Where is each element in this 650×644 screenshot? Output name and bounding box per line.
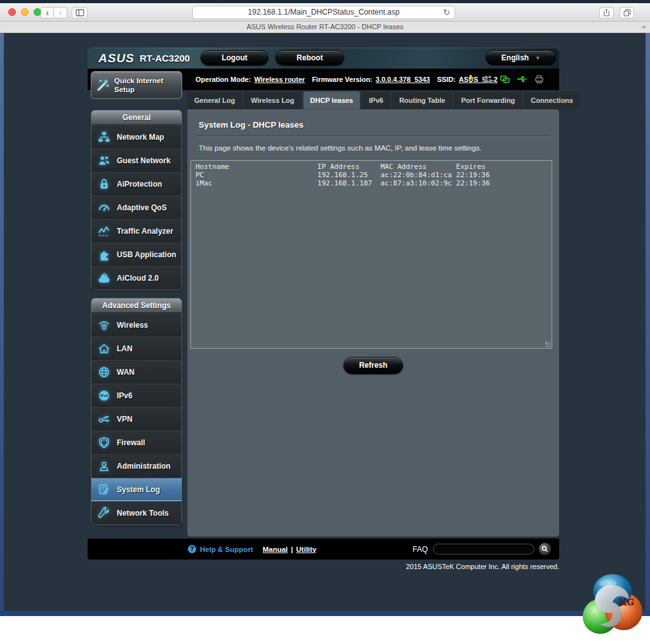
tab-general-log[interactable]: General Log (187, 91, 242, 109)
sidebar-item-label: IPv6 (117, 391, 133, 400)
router-footer: ? Help & Support Manual|Utility FAQ (88, 539, 559, 560)
sidebar-section-advanced-settings: Advanced SettingsWirelessLANWANIPv6IPv6V… (91, 298, 182, 525)
network-tools-icon (91, 506, 117, 520)
faq-search-button[interactable] (538, 542, 552, 556)
back-button[interactable]: ‹ (41, 7, 54, 18)
firewall-icon (91, 436, 117, 450)
faq-search-input[interactable] (433, 544, 534, 554)
sidebar-item-aicloud-2-0[interactable]: AiCloud 2.0 (91, 266, 182, 290)
usb-application-icon (91, 248, 117, 262)
minimize-window-button[interactable] (21, 8, 29, 16)
wan-icon (91, 365, 117, 379)
sidebar-item-guest-network[interactable]: Guest Network (91, 149, 182, 172)
manual-utility-links: Manual|Utility (263, 546, 317, 553)
statusbar-text: Operation Mode: Wireless router Firmware… (196, 69, 505, 90)
sidebar-item-label: LAN (117, 344, 133, 353)
utility-link[interactable]: Utility (296, 546, 317, 553)
search-icon (541, 545, 549, 553)
sidebar-item-label: WAN (117, 368, 135, 377)
sidebar-item-label: VPN (117, 415, 133, 424)
section-header-advanced-settings: Advanced Settings (91, 299, 182, 313)
sidebar-item-traffic-analyzer[interactable]: Traffic Analyzer (91, 219, 182, 243)
language-value: English (501, 53, 529, 62)
url-text: 192.168.1.1/Main_DHCPStatus_Content.asp (248, 8, 400, 17)
sidebar-item-label: Wireless (117, 321, 148, 330)
page-title: System Log - DHCP leases (187, 109, 559, 135)
reboot-button[interactable]: Reboot (275, 50, 344, 65)
notification-icon[interactable] (465, 74, 476, 84)
sidebar-item-lan[interactable]: LAN (91, 337, 182, 360)
sidebar-item-wireless[interactable]: Wireless (91, 313, 182, 337)
sidebar-item-adaptive-qos[interactable]: Adaptive QoS (91, 196, 182, 219)
forward-button[interactable]: › (54, 7, 67, 18)
help-support-link[interactable]: ? Help & Support (188, 545, 253, 553)
firmware-version-link[interactable]: 3.0.0.4.378_5343 (376, 76, 430, 83)
asus-logo: ASUS (98, 51, 135, 65)
aiprotection-icon (91, 177, 117, 191)
page-bottom-border (0, 611, 650, 616)
tab-port-forwarding[interactable]: Port Forwarding (454, 91, 522, 109)
tab-routing-table[interactable]: Routing Table (392, 91, 453, 109)
faq-label: FAQ (413, 545, 428, 554)
kitguru-logo: KG (581, 572, 644, 639)
sidebar-item-label: Traffic Analyzer (117, 227, 173, 236)
share-button[interactable] (599, 7, 614, 18)
sidebar-item-wan[interactable]: WAN (91, 360, 182, 384)
history-nav: ‹ › (41, 7, 67, 18)
reload-button[interactable]: ↻ (443, 6, 450, 18)
page-left-border (0, 33, 4, 616)
close-window-button[interactable] (8, 8, 16, 16)
firmware-label: Firmware Version: (312, 76, 372, 83)
logout-button[interactable]: Logout (201, 50, 269, 65)
qis-button[interactable]: Quick Internet Setup (91, 71, 182, 99)
manual-link[interactable]: Manual (263, 546, 288, 553)
tabs-overview-button[interactable] (620, 7, 634, 18)
sidebar-item-label: Guest Network (117, 156, 171, 165)
clients-icon[interactable] (482, 74, 493, 84)
sidebar-item-system-log[interactable]: System Log (91, 478, 182, 501)
lan-devices-icon[interactable] (500, 74, 510, 84)
tab-connections[interactable]: Connections (524, 91, 580, 109)
sidebar-item-ipv6[interactable]: IPv6IPv6 (91, 384, 182, 407)
question-icon: ? (188, 545, 196, 553)
tab-dhcp-leases[interactable]: DHCP leases (303, 91, 361, 109)
usb-device-icon[interactable] (517, 74, 527, 84)
url-field[interactable]: 192.168.1.1/Main_DHCPStatus_Content.asp … (192, 6, 455, 19)
sidebar-toggle-button[interactable] (72, 7, 88, 18)
operation-mode-link[interactable]: Wireless router (254, 76, 305, 83)
language-dropdown[interactable]: English ▼ (486, 50, 556, 65)
copyright: 2015 ASUSTeK Computer Inc. All rights re… (406, 563, 559, 570)
sidebar-item-label: USB Application (117, 250, 176, 259)
tab-wireless-log[interactable]: Wireless Log (244, 91, 301, 109)
sidebar-item-aiprotection[interactable]: AiProtection (91, 172, 182, 196)
guest-network-icon (91, 154, 117, 168)
dhcp-lease-textarea[interactable]: Hostname IP Address MAC Address Expires … (190, 160, 552, 349)
refresh-button[interactable]: Refresh (343, 357, 404, 374)
content-panel: System Log - DHCP leases This page shows… (187, 109, 559, 537)
sidebar-item-network-tools[interactable]: Network Tools (91, 501, 182, 525)
lan-icon (91, 342, 117, 356)
router-model: RT-AC3200 (140, 53, 190, 64)
printer-icon[interactable] (534, 74, 545, 84)
sidebar-section-general: GeneralNetwork MapGuest NetworkAiProtect… (91, 110, 182, 290)
sidebar-item-firewall[interactable]: Firewall (91, 431, 182, 454)
qis-label: Quick Internet Setup (114, 76, 178, 95)
browser-toolbar: ‹ › 192.168.1.1/Main_DHCPStatus_Content.… (0, 3, 650, 22)
router-header: ASUS RT-AC3200 Logout Reboot English ▼ (88, 48, 559, 69)
sidebar-item-vpn[interactable]: VPN (91, 407, 182, 431)
tab-ipv6[interactable]: IPv6 (362, 91, 390, 109)
refresh-row: Refresh (187, 357, 559, 374)
sidebar-item-network-map[interactable]: Network Map (91, 125, 182, 149)
sidebar-sections: GeneralNetwork MapGuest NetworkAiProtect… (91, 110, 182, 525)
sidebar-item-label: Administration (117, 462, 171, 471)
sidebar-item-label: Network Map (117, 133, 164, 142)
sidebar-item-usb-application[interactable]: USB Application (91, 243, 182, 266)
status-icons (465, 74, 545, 84)
sidebar-item-administration[interactable]: Administration (91, 454, 182, 478)
new-tab-button[interactable]: + (641, 22, 646, 32)
sidebar: Quick Internet Setup GeneralNetwork MapG… (91, 71, 182, 525)
browser-tab-bar: ASUS Wireless Router RT-AC3200 - DHCP le… (0, 22, 650, 33)
page-bottom-band (0, 616, 650, 644)
browser-tab-title[interactable]: ASUS Wireless Router RT-AC3200 - DHCP le… (0, 22, 650, 32)
sidebar-item-label: AiProtection (117, 180, 162, 189)
